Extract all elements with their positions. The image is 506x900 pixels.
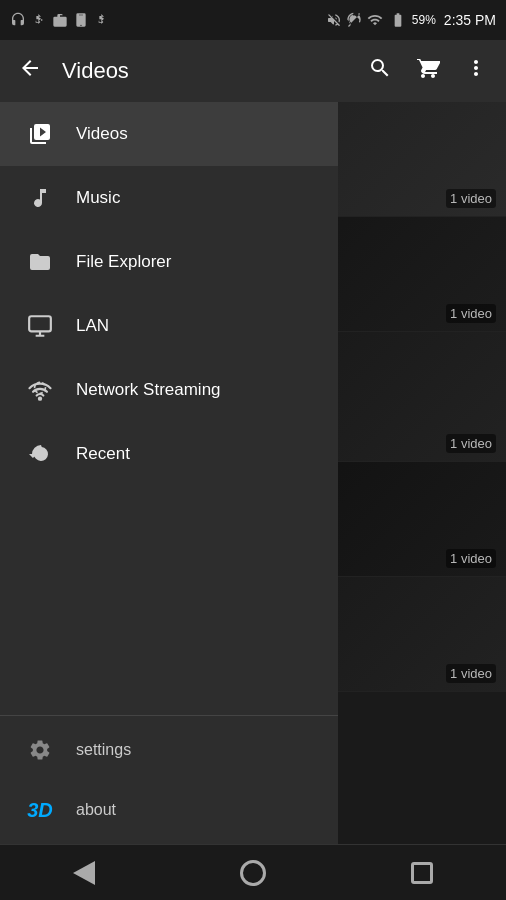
video-count-badge: 1 video xyxy=(446,304,496,323)
sidebar-item-label: Music xyxy=(76,188,120,208)
nav-recent-button[interactable] xyxy=(394,845,450,901)
video-count-badge: 1 video xyxy=(446,549,496,568)
signal-icon xyxy=(366,12,384,28)
briefcase-icon xyxy=(52,12,68,28)
status-bar: 59% 2:35 PM xyxy=(0,0,506,40)
sidebar-item-music[interactable]: Music xyxy=(0,166,338,230)
sidebar-item-lan[interactable]: LAN xyxy=(0,294,338,358)
search-button[interactable] xyxy=(360,48,400,94)
page-title: Videos xyxy=(62,58,360,84)
mute-icon xyxy=(326,12,342,28)
sidebar-item-label: Videos xyxy=(76,124,128,144)
recent-nav-icon xyxy=(411,862,433,884)
back-arrow-icon xyxy=(18,56,42,80)
sidebar-item-label: Network Streaming xyxy=(76,380,221,400)
wifi-icon xyxy=(20,377,60,403)
main-layout: 1 video 1 video a Civil War 2016 di Dubb… xyxy=(0,102,506,844)
folder-icon xyxy=(20,250,60,274)
sidebar-item-network-streaming[interactable]: Network Streaming xyxy=(0,358,338,422)
more-button[interactable] xyxy=(456,48,496,94)
sidebar-item-videos[interactable]: Videos xyxy=(0,102,338,166)
sidebar-item-settings[interactable]: settings xyxy=(0,720,338,780)
status-right-icons: 59% 2:35 PM xyxy=(326,12,496,28)
sidebar-item-label: about xyxy=(76,801,116,819)
usb2-icon xyxy=(94,12,110,28)
sidebar-item-file-explorer[interactable]: File Explorer xyxy=(0,230,338,294)
svg-point-1 xyxy=(38,397,42,401)
more-icon xyxy=(464,56,488,80)
cart-icon xyxy=(416,56,440,80)
bottom-navigation xyxy=(0,844,506,900)
battery-text: 59% xyxy=(412,13,436,27)
sidebar-item-label: settings xyxy=(76,741,131,759)
phone-icon xyxy=(73,12,89,28)
sidebar-item-label: File Explorer xyxy=(76,252,171,272)
3d-icon: 3D xyxy=(20,799,60,822)
video-icon xyxy=(20,122,60,146)
video-count-badge: 1 video xyxy=(446,664,496,683)
cart-button[interactable] xyxy=(408,48,448,94)
sidebar-item-label: Recent xyxy=(76,444,130,464)
nav-back-button[interactable] xyxy=(56,845,112,901)
gear-icon xyxy=(20,738,60,762)
sidebar-item-label: LAN xyxy=(76,316,109,336)
navigation-drawer: Videos Music File Explorer xyxy=(0,102,338,844)
video-count-badge: 1 video xyxy=(446,189,496,208)
video-count-badge: 1 video xyxy=(446,434,496,453)
status-left-icons xyxy=(10,12,110,28)
svg-rect-0 xyxy=(29,316,51,331)
time-text: 2:35 PM xyxy=(444,12,496,28)
drawer-bottom: settings 3D about xyxy=(0,715,338,844)
nav-home-button[interactable] xyxy=(225,845,281,901)
sidebar-item-recent[interactable]: Recent xyxy=(0,422,338,486)
no-data-icon xyxy=(346,12,362,28)
app-bar: Videos xyxy=(0,40,506,102)
headset-icon xyxy=(10,12,26,28)
drawer-items-list: Videos Music File Explorer xyxy=(0,102,338,715)
back-button[interactable] xyxy=(10,48,50,94)
app-bar-actions xyxy=(360,48,496,94)
battery-icon xyxy=(388,12,408,28)
search-icon xyxy=(368,56,392,80)
home-nav-icon xyxy=(240,860,266,886)
lan-icon xyxy=(20,313,60,339)
music-icon xyxy=(20,186,60,210)
usb-icon xyxy=(31,12,47,28)
back-nav-icon xyxy=(73,861,95,885)
sidebar-item-about[interactable]: 3D about xyxy=(0,780,338,840)
history-icon xyxy=(20,442,60,466)
